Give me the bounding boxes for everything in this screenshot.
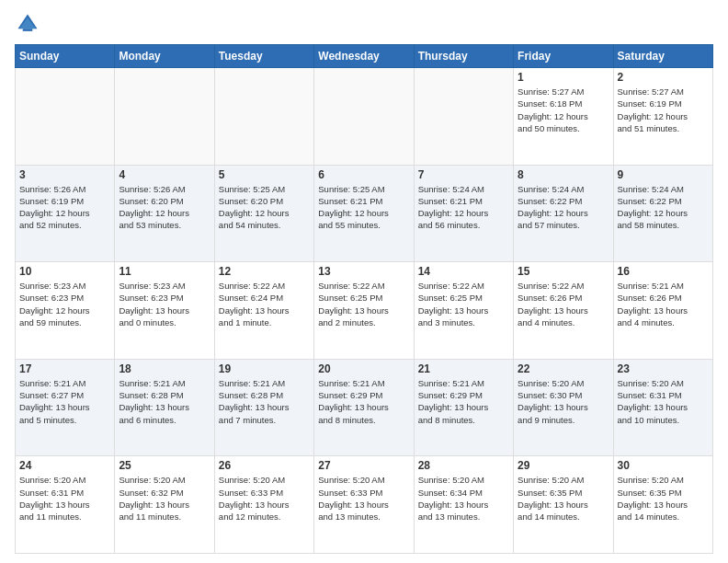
calendar-cell: 22Sunrise: 5:20 AMSunset: 6:30 PMDayligh…	[514, 359, 613, 456]
cell-info: Sunrise: 5:27 AMSunset: 6:19 PMDaylight:…	[618, 86, 709, 134]
calendar-cell: 8Sunrise: 5:24 AMSunset: 6:22 PMDaylight…	[514, 165, 613, 262]
day-number: 24	[19, 459, 110, 472]
calendar-cell: 19Sunrise: 5:21 AMSunset: 6:28 PMDayligh…	[214, 359, 313, 456]
calendar-cell: 10Sunrise: 5:23 AMSunset: 6:23 PMDayligh…	[16, 262, 115, 360]
cell-info: Sunrise: 5:23 AMSunset: 6:23 PMDaylight:…	[19, 280, 110, 328]
calendar-cell	[214, 68, 313, 166]
day-number: 14	[418, 265, 509, 278]
cell-info: Sunrise: 5:23 AMSunset: 6:23 PMDaylight:…	[119, 280, 210, 328]
cell-info: Sunrise: 5:20 AMSunset: 6:31 PMDaylight:…	[618, 377, 709, 426]
calendar-cell	[115, 68, 214, 166]
cell-info: Sunrise: 5:20 AMSunset: 6:31 PMDaylight:…	[19, 474, 110, 523]
header	[15, 11, 713, 37]
day-number: 26	[219, 459, 310, 472]
day-number: 1	[518, 71, 609, 84]
calendar-cell: 5Sunrise: 5:25 AMSunset: 6:20 PMDaylight…	[214, 165, 313, 262]
calendar-cell: 18Sunrise: 5:21 AMSunset: 6:28 PMDayligh…	[115, 359, 214, 456]
week-row-3: 17Sunrise: 5:21 AMSunset: 6:27 PMDayligh…	[16, 359, 713, 456]
weekday-friday: Friday	[514, 45, 613, 68]
cell-info: Sunrise: 5:20 AMSunset: 6:30 PMDaylight:…	[518, 377, 609, 426]
day-number: 4	[119, 168, 210, 181]
cell-info: Sunrise: 5:21 AMSunset: 6:27 PMDaylight:…	[19, 377, 110, 426]
calendar-cell: 2Sunrise: 5:27 AMSunset: 6:19 PMDaylight…	[613, 68, 712, 166]
cell-info: Sunrise: 5:22 AMSunset: 6:24 PMDaylight:…	[219, 280, 310, 328]
weekday-saturday: Saturday	[613, 45, 712, 68]
cell-info: Sunrise: 5:22 AMSunset: 6:25 PMDaylight:…	[318, 280, 409, 328]
day-number: 30	[618, 459, 709, 472]
day-number: 20	[318, 362, 409, 375]
calendar-cell: 21Sunrise: 5:21 AMSunset: 6:29 PMDayligh…	[414, 359, 513, 456]
cell-info: Sunrise: 5:25 AMSunset: 6:21 PMDaylight:…	[318, 183, 409, 232]
cell-info: Sunrise: 5:21 AMSunset: 6:26 PMDaylight:…	[618, 280, 709, 328]
cell-info: Sunrise: 5:20 AMSunset: 6:34 PMDaylight:…	[418, 474, 509, 523]
cell-info: Sunrise: 5:20 AMSunset: 6:33 PMDaylight:…	[219, 474, 310, 523]
weekday-monday: Monday	[115, 45, 214, 68]
cell-info: Sunrise: 5:20 AMSunset: 6:32 PMDaylight:…	[119, 474, 210, 523]
day-number: 5	[219, 168, 310, 181]
cell-info: Sunrise: 5:24 AMSunset: 6:22 PMDaylight:…	[618, 183, 709, 232]
day-number: 29	[518, 459, 609, 472]
cell-info: Sunrise: 5:21 AMSunset: 6:29 PMDaylight:…	[318, 377, 409, 426]
calendar-cell: 25Sunrise: 5:20 AMSunset: 6:32 PMDayligh…	[115, 456, 214, 554]
cell-info: Sunrise: 5:21 AMSunset: 6:28 PMDaylight:…	[219, 377, 310, 426]
calendar-cell: 30Sunrise: 5:20 AMSunset: 6:35 PMDayligh…	[613, 456, 712, 554]
day-number: 2	[618, 71, 709, 84]
day-number: 7	[418, 168, 509, 181]
cell-info: Sunrise: 5:20 AMSunset: 6:33 PMDaylight:…	[318, 474, 409, 523]
day-number: 15	[518, 265, 609, 278]
day-number: 17	[19, 362, 110, 375]
calendar-cell: 23Sunrise: 5:20 AMSunset: 6:31 PMDayligh…	[613, 359, 712, 456]
cell-info: Sunrise: 5:24 AMSunset: 6:21 PMDaylight:…	[418, 183, 509, 232]
day-number: 11	[119, 265, 210, 278]
weekday-thursday: Thursday	[414, 45, 513, 68]
day-number: 25	[119, 459, 210, 472]
day-number: 28	[418, 459, 509, 472]
calendar-cell: 4Sunrise: 5:26 AMSunset: 6:20 PMDaylight…	[115, 165, 214, 262]
calendar-cell: 7Sunrise: 5:24 AMSunset: 6:21 PMDaylight…	[414, 165, 513, 262]
day-number: 13	[318, 265, 409, 278]
calendar-cell: 9Sunrise: 5:24 AMSunset: 6:22 PMDaylight…	[613, 165, 712, 262]
cell-info: Sunrise: 5:21 AMSunset: 6:28 PMDaylight:…	[119, 377, 210, 426]
day-number: 6	[318, 168, 409, 181]
cell-info: Sunrise: 5:26 AMSunset: 6:20 PMDaylight:…	[119, 183, 210, 232]
calendar-table: SundayMondayTuesdayWednesdayThursdayFrid…	[15, 44, 713, 554]
calendar-cell: 17Sunrise: 5:21 AMSunset: 6:27 PMDayligh…	[16, 359, 115, 456]
day-number: 23	[618, 362, 709, 375]
day-number: 21	[418, 362, 509, 375]
calendar-cell: 1Sunrise: 5:27 AMSunset: 6:18 PMDaylight…	[514, 68, 613, 166]
day-number: 8	[518, 168, 609, 181]
cell-info: Sunrise: 5:20 AMSunset: 6:35 PMDaylight:…	[518, 474, 609, 523]
day-number: 10	[19, 265, 110, 278]
calendar-cell: 6Sunrise: 5:25 AMSunset: 6:21 PMDaylight…	[314, 165, 414, 262]
weekday-sunday: Sunday	[16, 45, 115, 68]
logo	[15, 11, 44, 37]
calendar-cell: 24Sunrise: 5:20 AMSunset: 6:31 PMDayligh…	[16, 456, 115, 554]
calendar-cell: 13Sunrise: 5:22 AMSunset: 6:25 PMDayligh…	[314, 262, 414, 360]
calendar-cell: 27Sunrise: 5:20 AMSunset: 6:33 PMDayligh…	[314, 456, 414, 554]
svg-rect-2	[23, 29, 33, 31]
weekday-wednesday: Wednesday	[314, 45, 414, 68]
page: SundayMondayTuesdayWednesdayThursdayFrid…	[0, 0, 728, 563]
calendar-cell	[16, 68, 115, 166]
calendar-cell: 29Sunrise: 5:20 AMSunset: 6:35 PMDayligh…	[514, 456, 613, 554]
day-number: 9	[618, 168, 709, 181]
calendar-cell: 26Sunrise: 5:20 AMSunset: 6:33 PMDayligh…	[214, 456, 313, 554]
week-row-1: 3Sunrise: 5:26 AMSunset: 6:19 PMDaylight…	[16, 165, 713, 262]
day-number: 16	[618, 265, 709, 278]
cell-info: Sunrise: 5:21 AMSunset: 6:29 PMDaylight:…	[418, 377, 509, 426]
calendar-cell: 16Sunrise: 5:21 AMSunset: 6:26 PMDayligh…	[613, 262, 712, 360]
calendar-cell: 14Sunrise: 5:22 AMSunset: 6:25 PMDayligh…	[414, 262, 513, 360]
cell-info: Sunrise: 5:26 AMSunset: 6:19 PMDaylight:…	[19, 183, 110, 232]
cell-info: Sunrise: 5:20 AMSunset: 6:35 PMDaylight:…	[618, 474, 709, 523]
calendar-cell	[414, 68, 513, 166]
cell-info: Sunrise: 5:22 AMSunset: 6:25 PMDaylight:…	[418, 280, 509, 328]
week-row-4: 24Sunrise: 5:20 AMSunset: 6:31 PMDayligh…	[16, 456, 713, 554]
cell-info: Sunrise: 5:25 AMSunset: 6:20 PMDaylight:…	[219, 183, 310, 232]
calendar-cell: 20Sunrise: 5:21 AMSunset: 6:29 PMDayligh…	[314, 359, 414, 456]
logo-icon	[15, 11, 40, 37]
week-row-0: 1Sunrise: 5:27 AMSunset: 6:18 PMDaylight…	[16, 68, 713, 166]
calendar-cell	[314, 68, 414, 166]
day-number: 19	[219, 362, 310, 375]
cell-info: Sunrise: 5:24 AMSunset: 6:22 PMDaylight:…	[518, 183, 609, 232]
cell-info: Sunrise: 5:22 AMSunset: 6:26 PMDaylight:…	[518, 280, 609, 328]
